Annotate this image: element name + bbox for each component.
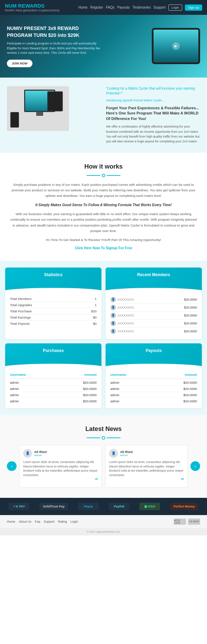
purchase-row: admin$20.0000 xyxy=(10,392,97,398)
nav-home[interactable]: Home xyxy=(78,6,88,9)
footer-bar: Home About Us Faq Support Rating Login W… xyxy=(0,515,207,528)
brand-name: NUM REWARDS xyxy=(5,3,60,9)
news-section: Latest News ‹ 👤 Ali Rizvi Admin Lorem ip… xyxy=(0,415,207,498)
purchases-body: Username Amount admin$20.0000 admin$20.0… xyxy=(5,368,101,408)
login-button[interactable]: Login xyxy=(168,4,182,11)
author-name: Ali Rizvi xyxy=(120,450,133,454)
footer-link-rating[interactable]: Rating xyxy=(58,520,67,523)
how-para2: With our business model, your earning is… xyxy=(9,211,198,234)
devices-image xyxy=(7,86,101,131)
payouts-title: Payouts xyxy=(146,348,162,353)
recent-members-card: Recent Members 👤XXXXXXXX $20.0000 👤XXXXX… xyxy=(106,268,202,339)
payout-row: admin$20.0000 xyxy=(110,380,197,386)
member-row: 👤XXXXXXXX $20.0000 xyxy=(110,304,197,312)
payout-row: admin$20.0000 xyxy=(110,398,197,404)
payza-logo: Payza xyxy=(78,503,99,510)
payouts-col-header: Username Amount xyxy=(110,372,197,379)
footer-link-faq[interactable]: Faq xyxy=(35,520,40,523)
member-avatar-icon: 👤 xyxy=(110,297,116,302)
footer-link-home[interactable]: Home xyxy=(7,520,15,523)
badge-1: WITH LOVE xyxy=(174,519,186,525)
solidtrust-logo: SolidTrust Pay xyxy=(39,503,68,510)
stat-label: Total Upgrades xyxy=(10,303,32,307)
hero-heading: NUMIV PRESENT 3x9 REWARD PROGRAM TURN $2… xyxy=(7,25,103,39)
join-now-button[interactable]: JOIN NOW xyxy=(7,60,32,67)
author-name: Ali Rizvi xyxy=(34,450,47,454)
payouts-card: Payouts Username Amount admin$20.0000 ad… xyxy=(106,343,202,408)
payouts-body: Username Amount admin$20.0000 admin$20.0… xyxy=(106,368,202,408)
nav-links: Home Register FAQs Payouts Testimonies S… xyxy=(78,4,202,11)
news-cards: 👤 Ali Rizvi Admin Lorem ipsum dolor sit … xyxy=(19,445,188,487)
footer-copyright: © 2011 2goesoftonline.com xyxy=(0,528,207,535)
author-role: Admin xyxy=(34,454,47,457)
header-triangle xyxy=(106,280,154,292)
perfectmoney-logo: Perfect Money xyxy=(170,503,198,510)
recent-members-title: Recent Members xyxy=(137,272,170,277)
carousel-prev-button[interactable]: ‹ xyxy=(7,461,17,471)
stat-label: Total Purchase xyxy=(10,309,32,313)
news-text: Lorem ipsum dolor sit amet, consectetur … xyxy=(109,460,184,477)
author-role: Admin xyxy=(120,454,133,457)
statistics-title: Statistics xyxy=(44,272,62,277)
member-row: 👤XXXXXXXX $20.0000 xyxy=(110,312,197,320)
features-body: We offer a combination of highly effecti… xyxy=(106,124,200,144)
footer-link-login[interactable]: Login xyxy=(70,520,78,523)
features-headline: Forget Your Past Experiences & Possible … xyxy=(106,105,200,121)
features-section: "Looking for a Matrix Cycler that will i… xyxy=(0,78,207,153)
nav-faqs[interactable]: FAQs xyxy=(106,6,115,9)
tablet-icon xyxy=(47,91,63,111)
tablet-mockup: ▶ xyxy=(152,28,200,64)
devices-mockup xyxy=(7,86,69,131)
payment-section: ✓K PAY SolidTrust Pay Payza PayPal ▣ EGO… xyxy=(0,498,207,515)
nav-register[interactable]: Register xyxy=(90,6,103,9)
ego-logo: ▣ EGO xyxy=(139,503,160,510)
header-triangle xyxy=(106,355,154,368)
recent-members-body: 👤XXXXXXXX $20.0000 👤XXXXXXXX $20.0000 👤X… xyxy=(106,292,202,339)
statistics-header: Statistics xyxy=(5,268,101,292)
member-avatar-icon: 👤 xyxy=(110,313,116,318)
brand-tagline: NUMIV Next generation Cryptocurrency xyxy=(5,9,60,12)
footer-link-about[interactable]: About Us xyxy=(19,520,31,523)
nav-payouts[interactable]: Payouts xyxy=(117,6,130,9)
stat-value: 1 xyxy=(95,297,97,301)
purchases-header: Purchases xyxy=(5,343,101,368)
purchases-title: Purchases xyxy=(43,348,64,353)
statistics-card: Statistics Total Members 1 Total Upgrade… xyxy=(5,268,101,339)
signup-button[interactable]: Sign Up xyxy=(185,4,202,11)
hero-body: Participate in Lending program in NUM an… xyxy=(7,41,103,56)
author-avatar-icon: 👤 xyxy=(23,449,32,458)
phone-icon xyxy=(10,112,19,128)
how-cta-link[interactable]: Click Here Now To Signup For Free xyxy=(75,246,132,250)
quote-mark-icon: " xyxy=(95,477,98,484)
nav-support[interactable]: Support xyxy=(154,6,166,9)
payouts-col-amount: Amount xyxy=(185,373,197,376)
purchase-row: admin$20.0000 xyxy=(10,380,97,386)
divider-dot xyxy=(102,174,105,177)
footer-link-support[interactable]: Support xyxy=(44,520,55,523)
how-cta-text: It's Time To Get Started & To Receive YO… xyxy=(9,237,198,243)
nav-testimonies[interactable]: Testimonies xyxy=(132,6,151,9)
stat-value: $0 xyxy=(93,322,97,325)
stats-grid: Statistics Total Members 1 Total Upgrade… xyxy=(5,268,202,339)
news-card: 👤 Ali Rizvi Admin Lorem ipsum dolor sit … xyxy=(105,445,188,487)
purchases-col-username: Username xyxy=(10,373,26,376)
payouts-col-username: Username xyxy=(110,373,126,376)
paypal-logo: PayPal xyxy=(109,503,129,510)
news-text: Lorem ipsum dolor sit amet, consectetur … xyxy=(23,460,98,477)
footer: Home About Us Faq Support Rating Login W… xyxy=(0,515,207,535)
purchase-row: admin$20.0000 xyxy=(10,398,97,404)
navbar: NUM REWARDS NUMIV Next generation Crypto… xyxy=(0,0,207,15)
carousel-next-button[interactable]: › xyxy=(190,461,200,471)
purchases-col-amount: Amount xyxy=(84,373,97,376)
member-avatar-icon: 👤 xyxy=(110,321,116,326)
stat-value: $0 xyxy=(93,315,97,319)
news-author: 👤 Ali Rizvi Admin xyxy=(109,449,184,458)
stat-row: Total Purchase $20 xyxy=(10,308,97,314)
play-icon: ▶ xyxy=(172,42,180,50)
stat-row: Total Members 1 xyxy=(10,296,97,302)
divider-dot xyxy=(102,436,105,440)
footer-links: Home About Us Faq Support Rating Login xyxy=(7,520,78,523)
tablet-screen: ▶ xyxy=(154,30,198,62)
payout-row: admin$20.0000 xyxy=(110,386,197,392)
news-carousel: ‹ 👤 Ali Rizvi Admin Lorem ipsum dolor si… xyxy=(7,445,200,487)
